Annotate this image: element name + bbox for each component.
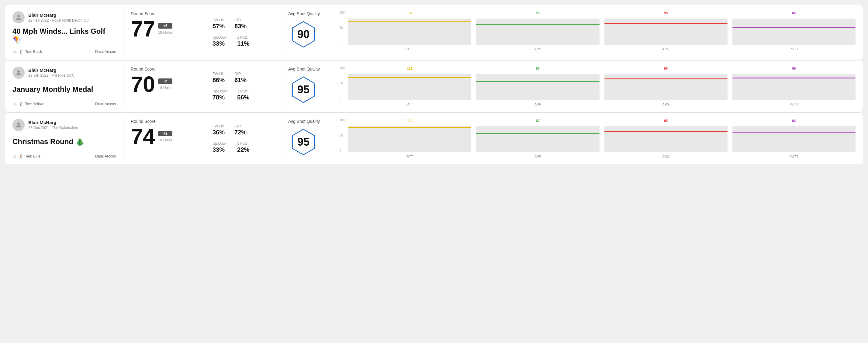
- hex-score: 95: [297, 136, 310, 148]
- stat-gir: GIR61%: [235, 72, 247, 84]
- bar-background: [604, 126, 727, 152]
- stats-row-2: Up/Down33%1 Putt22%: [213, 142, 273, 153]
- bar-background: [733, 19, 856, 45]
- hexagon: 95: [290, 76, 317, 103]
- left-section: Blair McHarg12 Feb 2022 · Royal North De…: [12, 11, 116, 54]
- x-label-ott: OTT: [348, 155, 471, 158]
- user-info: Blair McHarg27 Dec 2021 · The Oxfordshir…: [12, 119, 116, 131]
- bar-fill: [604, 131, 727, 132]
- stat-oneputt: 1 Putt11%: [237, 35, 249, 47]
- left-section: Blair McHarg27 Dec 2021 · The Oxfordshir…: [12, 119, 116, 158]
- stats-row-1: FW Hit86%GIR61%: [213, 72, 273, 84]
- footer-info: ☁️🏌️Tee: BlueData: Arccos: [12, 154, 116, 158]
- avatar: [12, 11, 25, 23]
- bar-fill: [476, 81, 599, 82]
- bar-value-arg: 96: [664, 67, 668, 70]
- x-axis-labels: OTTAPPARGPUTT: [348, 47, 856, 51]
- bar-col-ott: 107: [348, 11, 471, 45]
- bar-value-ott: 101: [407, 67, 412, 70]
- stat-updown-label: Up/Down: [213, 35, 227, 39]
- y-axis-label: 100: [340, 119, 345, 122]
- score-row: 74+218 Holes: [131, 126, 197, 148]
- bar-col-arg: 96: [604, 67, 727, 100]
- divider-1: [123, 67, 123, 106]
- round-title: Christmas Round 🎄: [12, 137, 116, 146]
- stat-fw-hit-label: FW Hit: [213, 72, 225, 76]
- svg-point-2: [17, 123, 20, 125]
- bag-icon: 🏌️: [19, 102, 23, 106]
- stat-oneputt-value: 56%: [237, 94, 249, 101]
- bar-col-putt: 82: [733, 11, 856, 45]
- stat-updown: Up/Down33%: [213, 35, 227, 47]
- stat-updown: Up/Down33%: [213, 142, 227, 153]
- round-card-3[interactable]: Blair McHarg27 Dec 2021 · The Oxfordshir…: [5, 113, 863, 165]
- stat-updown-label: Up/Down: [213, 89, 227, 93]
- stat-fw-hit-label: FW Hit: [213, 124, 225, 128]
- bar-background: [476, 126, 599, 152]
- quality-label: Avg Shot Quality: [288, 119, 320, 124]
- x-label-app: APP: [476, 102, 599, 106]
- bar-col-putt: 93: [733, 119, 856, 152]
- stat-oneputt: 1 Putt56%: [237, 89, 249, 101]
- chart-bars: 107959882: [348, 11, 856, 45]
- stat-oneputt-value: 22%: [237, 146, 249, 153]
- stats-row-2: Up/Down33%1 Putt11%: [213, 35, 273, 47]
- tee-info: ☁️🏌️Tee: Yellow: [12, 102, 43, 106]
- score-section: Round Score70-218 Holes: [131, 67, 197, 106]
- divider-3: [281, 11, 281, 54]
- hexagon-container: 90: [288, 19, 319, 50]
- stat-gir-value: 72%: [235, 129, 247, 136]
- score-number: 70: [131, 73, 155, 95]
- round-card-1[interactable]: Blair McHarg12 Feb 2022 · Royal North De…: [5, 5, 863, 60]
- user-info: Blair McHarg12 Feb 2022 · Royal North De…: [12, 11, 116, 23]
- stat-gir: GIR72%: [235, 124, 247, 136]
- bar-background: [604, 74, 727, 100]
- divider-4: [332, 67, 332, 106]
- bar-col-app: 95: [476, 11, 599, 45]
- tee-label: Tee: Black: [25, 50, 42, 54]
- stat-fw-hit: FW Hit36%: [213, 124, 225, 136]
- chart-wrapper: 100500101869699OTTAPPARGPUTT: [340, 67, 856, 106]
- x-label-app: APP: [476, 47, 599, 51]
- bar-fill: [348, 77, 471, 78]
- y-axis-label: 50: [340, 134, 345, 137]
- user-info: Blair McHarg29 Jan 2022 · Mill Ride GCC: [12, 67, 116, 79]
- hexagon-container: 95: [288, 74, 319, 105]
- chart-bars: 101869699: [348, 67, 856, 100]
- quality-section: Avg Shot Quality 90: [288, 11, 325, 54]
- y-axis-label: 100: [340, 67, 345, 70]
- stat-oneputt-label: 1 Putt: [237, 142, 249, 146]
- x-label-putt: PUTT: [733, 102, 856, 106]
- stat-gir: GIR83%: [235, 18, 247, 30]
- footer-info: ☁️🏌️Tee: YellowData: Arccos: [12, 102, 116, 106]
- round-card-2[interactable]: Blair McHarg29 Jan 2022 · Mill Ride GCCJ…: [5, 60, 863, 113]
- score-row: 70-218 Holes: [131, 73, 197, 95]
- stat-updown: Up/Down78%: [213, 89, 227, 101]
- chart-section: 100500101869699OTTAPPARGPUTT: [340, 67, 856, 106]
- bag-icon: 🏌️: [19, 154, 23, 158]
- divider-1: [123, 119, 123, 158]
- bag-icon: 🏌️: [19, 50, 23, 54]
- bar-fill: [476, 24, 599, 25]
- user-details: Blair McHarg27 Dec 2021 · The Oxfordshir…: [28, 120, 78, 130]
- holes-label: 18 Holes: [158, 30, 173, 35]
- bar-background: [733, 74, 856, 100]
- chart-wrapper: 100500107959882OTTAPPARGPUTT: [340, 11, 856, 51]
- hexagon-container: 95: [288, 127, 319, 157]
- score-row: 77+518 Holes: [131, 18, 197, 40]
- divider-1: [123, 11, 123, 54]
- hex-score: 90: [297, 28, 310, 41]
- round-score-label: Round Score: [131, 119, 197, 124]
- bar-value-app: 86: [536, 67, 540, 70]
- bar-col-arg: 95: [604, 119, 727, 152]
- user-details: Blair McHarg12 Feb 2022 · Royal North De…: [28, 12, 89, 23]
- bar-fill: [733, 77, 856, 79]
- bar-col-putt: 99: [733, 67, 856, 100]
- bar-col-ott: 101: [348, 67, 471, 100]
- tee-label: Tee: Yellow: [25, 102, 43, 106]
- user-name: Blair McHarg: [28, 120, 78, 125]
- stats-row-1: FW Hit36%GIR72%: [213, 124, 273, 136]
- round-score-label: Round Score: [131, 11, 197, 16]
- stat-fw-hit-label: FW Hit: [213, 18, 225, 22]
- x-label-arg: ARG: [604, 47, 727, 51]
